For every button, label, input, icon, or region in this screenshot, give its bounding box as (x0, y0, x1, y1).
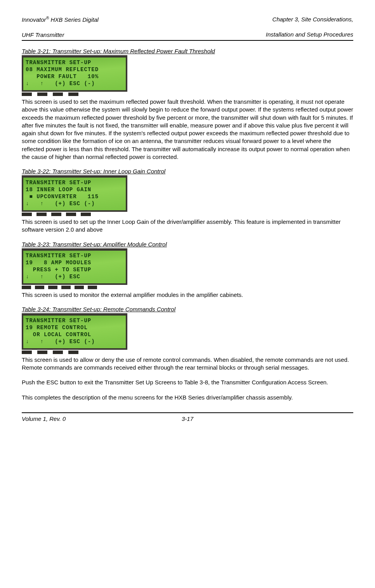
lcd-row: 08 MAXIMUM REFLECTED (26, 66, 123, 73)
section-body: This screen is used to set up the Inner … (22, 218, 353, 234)
lcd-row: TRANSMITTER SET-UP (26, 252, 123, 259)
lcd-row: PRESS + TO SETUP (26, 266, 123, 273)
trailing-paragraph: This completes the description of the me… (22, 394, 353, 401)
lcd-tabs (22, 92, 127, 96)
lcd-row: TRANSMITTER SET-UP (26, 179, 123, 186)
section-body: This screen is used to monitor the exter… (22, 291, 353, 299)
lcd-row: TRANSMITTER SET-UP (26, 59, 123, 66)
section-body: This screen is used to allow or deny the… (22, 356, 353, 372)
lcd-row: 19 8 AMP MODULES (26, 259, 123, 266)
header-left-line1b: HXB Series Digital (49, 16, 99, 23)
lcd-screen: TRANSMITTER SET-UP 18 INNER LOOP GAIN ■ … (22, 175, 127, 212)
lcd-screen: TRANSMITTER SET-UP 19 8 AMP MODULES PRES… (22, 248, 127, 285)
footer-page-number: 3-17 (182, 415, 193, 422)
header-left-line2: UHF Transmitter (22, 31, 64, 38)
header-right-line1: Chapter 3, Site Considerations, (273, 16, 353, 23)
lcd-tabs (22, 351, 127, 354)
lcd-tabs (22, 286, 127, 290)
lcd-row: POWER FAULT 10% (26, 73, 123, 80)
lcd-row: ↓ ↑ (+) ESC (26, 273, 123, 280)
lcd-tabs (22, 213, 127, 216)
lcd-row: 18 INNER LOOP GAIN (26, 186, 123, 193)
header-rule (22, 40, 353, 41)
lcd-row: 19 REMOTE CONTROL (26, 324, 123, 331)
lcd-row: ↓ ↑ (+) ESC (-) (26, 200, 123, 207)
lcd-screen: TRANSMITTER SET-UP 08 MAXIMUM REFLECTED … (22, 55, 127, 92)
lcd-row: ■ UPCONVERTER 115 (26, 193, 123, 200)
table-caption: Table 3-24: Transmitter Set-up: Remote C… (22, 306, 353, 312)
lcd-row: ↓ ↑ (+) ESC (-) (26, 80, 123, 87)
header-left: Innovator® HXB Series Digital UHF Transm… (22, 8, 99, 38)
table-caption: Table 3-22: Transmitter Set-up: Inner Lo… (22, 168, 353, 174)
header-right: Chapter 3, Site Considerations, Installa… (266, 8, 353, 38)
footer-right-spacer (352, 415, 353, 422)
page-header: Innovator® HXB Series Digital UHF Transm… (22, 8, 353, 38)
lcd-row: TRANSMITTER SET-UP (26, 317, 123, 324)
lcd-screen: TRANSMITTER SET-UP 19 REMOTE CONTROL OR … (22, 313, 127, 350)
trailing-paragraph: Push the ESC button to exit the Transmit… (22, 379, 353, 386)
table-caption: Table 3-23: Transmitter Set-up: Amplifie… (22, 241, 353, 248)
footer-left: Volume 1, Rev. 0 (22, 415, 66, 422)
table-caption: Table 3-21: Transmitter Set-up: Maximum … (22, 48, 353, 54)
page-footer: Volume 1, Rev. 0 3-17 (22, 415, 353, 422)
header-left-line1a: Innovator (22, 16, 46, 23)
header-right-line2: Installation and Setup Procedures (266, 31, 353, 38)
lcd-row: OR LOCAL CONTROL (26, 331, 123, 338)
lcd-row: ↓ ↑ (+) ESC (-) (26, 338, 123, 345)
section-body: This screen is used to set the maximum r… (22, 98, 353, 161)
footer-rule (22, 412, 353, 413)
